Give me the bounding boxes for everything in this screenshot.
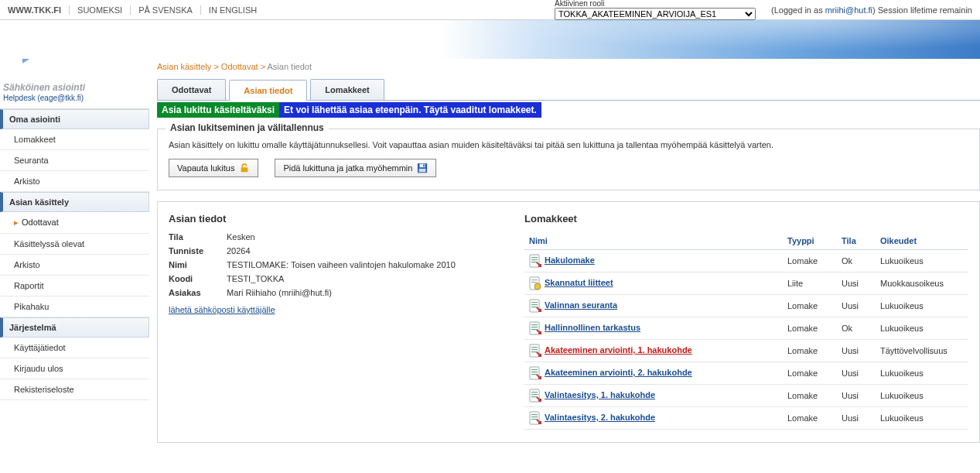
- cell-type: Lomake: [783, 407, 837, 430]
- svg-rect-7: [531, 259, 538, 260]
- attachment-icon: [529, 276, 541, 290]
- cell-rights: Lukuoikeus: [876, 250, 968, 272]
- nav-item[interactable]: Lomakkeet: [0, 129, 149, 150]
- role-box: Aktiivinen rooli TOKKA_AKATEEMINEN_ARVIO…: [555, 0, 756, 20]
- tab-asian-tiedot[interactable]: Asian tiedot: [229, 80, 307, 101]
- svg-rect-21: [530, 344, 539, 357]
- nav-item[interactable]: Raportit: [0, 276, 149, 296]
- svg-rect-32: [531, 396, 538, 397]
- table-row: Akateeminen arviointi, 1. hakukohdeLomak…: [524, 340, 968, 362]
- tab-lomakkeet[interactable]: Lomakkeet: [310, 79, 384, 100]
- top-bar: WWW.TKK.FI SUOMEKSI PÅ SVENSKA IN ENGLIS…: [0, 0, 980, 20]
- cell-type: Lomake: [783, 250, 837, 272]
- unlock-icon: [239, 163, 250, 173]
- form-icon: [529, 254, 541, 268]
- form-link[interactable]: Valinnan seuranta: [545, 300, 617, 310]
- detail-asiakas: Mari Riihiaho (mriihi@hut.fi): [227, 288, 332, 297]
- svg-rect-36: [531, 419, 538, 420]
- form-icon: [529, 411, 541, 425]
- user-link[interactable]: mriihi@hut.fi: [825, 5, 872, 15]
- nav-item[interactable]: Käsittelyssä olevat: [0, 234, 149, 255]
- form-link[interactable]: Hallinnollinen tarkastus: [545, 323, 640, 332]
- send-email-link[interactable]: lähetä sähköposti käyttäjälle: [169, 305, 275, 314]
- nav-item[interactable]: Pikahaku: [0, 296, 149, 317]
- form-icon: [529, 321, 541, 335]
- detail-tunniste: 20264: [227, 246, 251, 255]
- cell-state: Uusi: [837, 385, 876, 407]
- col-tyyppi[interactable]: Tyyppi: [783, 232, 837, 250]
- cell-rights: Lukuoikeus: [876, 407, 968, 430]
- arrow-right-icon: ▸: [14, 218, 19, 227]
- nav-header-oma-asiointi[interactable]: Oma asiointi: [0, 109, 149, 129]
- save-icon: [417, 163, 428, 173]
- detail-tila: Kesken: [227, 232, 255, 242]
- form-icon: [529, 344, 541, 358]
- status-locked: Asia lukittu käsiteltäväksi: [157, 102, 279, 118]
- svg-rect-8: [531, 262, 538, 262]
- nav-header-jarjestelma[interactable]: Järjestelmä: [0, 317, 149, 338]
- role-select[interactable]: TOKKA_AKATEEMINEN_ARVIOIJA_ES1: [555, 8, 756, 20]
- lang-fi[interactable]: SUOMEKSI: [69, 5, 130, 15]
- svg-rect-28: [531, 374, 538, 375]
- forms-column: Lomakkeet Nimi Tyyppi Tila Oikeudet Haku…: [524, 213, 968, 430]
- svg-rect-16: [531, 307, 538, 307]
- form-link[interactable]: Akateeminen arviointi, 2. hakukohde: [545, 368, 692, 377]
- lang-en[interactable]: IN ENGLISH: [200, 5, 265, 15]
- table-row: Valinnan seurantaLomakeUusiLukuoikeus: [524, 295, 968, 317]
- cell-state: Ok: [837, 250, 876, 272]
- keep-lock-button[interactable]: Pidä lukittuna ja jatka myöhemmin: [275, 159, 436, 177]
- details-fieldset: Asian tiedot TilaKesken Tunniste20264 Ni…: [157, 201, 980, 443]
- message-bar: Asia lukittu käsiteltäväksi Et voi lähet…: [157, 102, 980, 118]
- breadcrumb: Asian käsittely > Odottavat > Asian tied…: [157, 59, 980, 79]
- tab-odottavat[interactable]: Odottavat: [157, 79, 226, 100]
- table-row: Akateeminen arviointi, 2. hakukohdeLomak…: [524, 362, 968, 385]
- col-tila[interactable]: Tila: [837, 232, 876, 250]
- crumb-link[interactable]: Odottavat: [221, 62, 258, 71]
- nav-item[interactable]: Seuranta: [0, 150, 149, 171]
- release-lock-button[interactable]: Vapauta lukitus: [169, 159, 258, 177]
- form-link[interactable]: Akateeminen arviointi, 1. hakukohde: [545, 345, 692, 355]
- svg-point-12: [534, 283, 541, 290]
- table-row: Hallinnollinen tarkastusLomakeOkLukuoike…: [524, 317, 968, 340]
- left-column: TKK Sähköinen asiointi Helpdesk (eage@tk…: [0, 59, 149, 469]
- cell-rights: Lukuoikeus: [876, 362, 968, 385]
- nav-item[interactable]: Arkisto: [0, 171, 149, 192]
- cell-rights: Lukuoikeus: [876, 295, 968, 317]
- cell-type: Lomake: [783, 317, 837, 340]
- svg-rect-30: [531, 392, 538, 392]
- col-nimi[interactable]: Nimi: [524, 232, 783, 250]
- nav-item[interactable]: Käyttäjätiedot: [0, 338, 149, 358]
- form-link[interactable]: Skannatut liitteet: [545, 278, 613, 287]
- service-title: Sähköinen asiointi: [3, 82, 146, 93]
- svg-rect-13: [530, 300, 539, 312]
- nav-item[interactable]: Arkisto: [0, 255, 149, 276]
- svg-rect-0: [241, 167, 248, 172]
- nav-header-asian-kasittely[interactable]: Asian käsittely: [0, 192, 149, 212]
- cell-state: Ok: [837, 317, 876, 340]
- site-link[interactable]: WWW.TKK.FI: [8, 5, 61, 15]
- svg-rect-29: [530, 389, 539, 402]
- lock-legend: Asian lukitseminen ja välitallennus: [166, 122, 329, 133]
- cell-rights: Lukuoikeus: [876, 317, 968, 340]
- nav-item[interactable]: Rekisteriseloste: [0, 379, 149, 400]
- lock-desc: Asian käsittely on lukittu omalle käyttä…: [169, 140, 968, 149]
- svg-rect-11: [531, 282, 538, 283]
- detail-koodi: TESTI_TOKKA: [227, 274, 284, 283]
- tab-bar: Odottavat Asian tiedot Lomakkeet: [157, 79, 980, 101]
- status-warning: Et voi lähettää asiaa eteenpäin. Täytä v…: [279, 102, 541, 118]
- cell-state: Uusi: [837, 362, 876, 385]
- service-title-block: Sähköinen asiointi Helpdesk (eage@tkk.fi…: [0, 81, 149, 108]
- nav-item-odottavat[interactable]: ▸Odottavat: [0, 212, 149, 234]
- main-content: Asian käsittely > Odottavat > Asian tied…: [149, 59, 980, 469]
- crumb-link[interactable]: Asian käsittely: [157, 62, 211, 71]
- helpdesk-link[interactable]: Helpdesk (eage@tkk.fi): [3, 94, 84, 102]
- col-oikeudet[interactable]: Oikeudet: [876, 232, 968, 250]
- svg-rect-15: [531, 304, 538, 305]
- svg-rect-10: [531, 279, 538, 280]
- form-link[interactable]: Hakulomake: [545, 255, 595, 265]
- nav-item[interactable]: Kirjaudu ulos: [0, 358, 149, 379]
- form-link[interactable]: Valintaesitys, 2. hakukohde: [545, 413, 655, 422]
- form-link[interactable]: Valintaesitys, 1. hakukohde: [545, 390, 655, 399]
- cell-rights: Lukuoikeus: [876, 385, 968, 407]
- lang-sv[interactable]: PÅ SVENSKA: [130, 5, 200, 15]
